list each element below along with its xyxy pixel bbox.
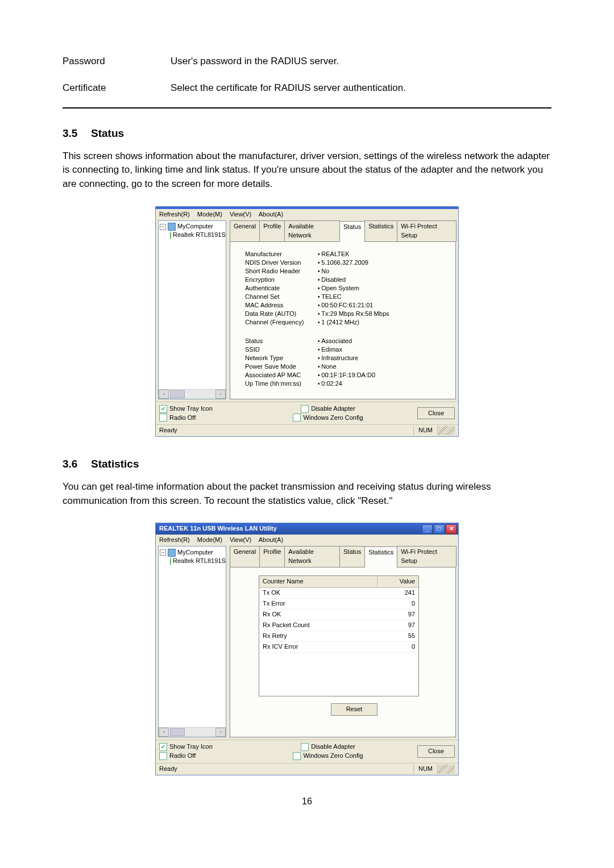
chk-radio-off[interactable]: ✔ Radio Off [159, 752, 239, 761]
chk-windows-zero[interactable]: ✔ Windows Zero Config [293, 752, 363, 761]
term-certificate: Certificate [63, 78, 171, 105]
col-value[interactable]: Value [377, 576, 418, 587]
close-icon[interactable]: ✕ [446, 524, 457, 534]
tree-root[interactable]: − MyComputer [160, 548, 225, 557]
tab-profile[interactable]: Profile [259, 220, 285, 241]
heading-statistics: 3.6Statistics [63, 456, 551, 472]
tab-body-statistics: Counter Name Value Tx OK241Tx Error0Rx O… [230, 567, 456, 737]
chk-show-tray[interactable]: ✔ Show Tray Icon [159, 404, 239, 414]
tab-available-network[interactable]: Available Network [284, 546, 340, 567]
menu-mode[interactable]: Mode(M) [197, 536, 222, 543]
resize-grip-icon[interactable] [437, 426, 455, 435]
status-label: Power Save Mode [245, 362, 318, 371]
status-value: REALTEK [318, 250, 389, 258]
menu-about[interactable]: About(A) [259, 211, 283, 218]
col-counter-name[interactable]: Counter Name [259, 576, 377, 587]
tab-wps[interactable]: Wi-Fi Protect Setup [397, 546, 457, 567]
status-ready: Ready [159, 765, 413, 774]
tabbar: General Profile Available Network Status… [230, 220, 456, 241]
window-title: REALTEK 11n USB Wireless LAN Utility [159, 524, 277, 533]
scroll-left-icon[interactable]: ‹ [159, 390, 169, 399]
maximize-icon[interactable]: □ [434, 524, 445, 534]
status-label: Associated AP MAC [245, 371, 318, 379]
tree-root[interactable]: − MyComputer [160, 223, 225, 231]
tab-profile[interactable]: Profile [259, 546, 285, 567]
scroll-thumb[interactable] [170, 728, 185, 736]
page-number: 16 [63, 795, 551, 808]
expander-icon[interactable]: − [160, 224, 166, 230]
menu-mode[interactable]: Mode(M) [197, 211, 222, 218]
adapter-icon [170, 231, 171, 239]
chk-show-tray[interactable]: ✔ Show Tray Icon [159, 742, 239, 752]
computer-icon [168, 549, 176, 557]
counter-value: 0 [377, 599, 418, 609]
status-value: 00:50:FC:61:21:01 [318, 301, 389, 310]
chk-windows-zero[interactable]: ✔ Windows Zero Config [293, 414, 363, 423]
reset-button[interactable]: Reset [331, 703, 377, 716]
status-num: NUM [413, 426, 437, 435]
scroll-right-icon[interactable]: › [215, 390, 226, 399]
close-button[interactable]: Close [417, 407, 455, 420]
close-button[interactable]: Close [417, 745, 455, 758]
status-label: Manufacturer [245, 250, 318, 258]
checkbox-icon[interactable]: ✔ [159, 752, 167, 760]
status-label: SSID [245, 345, 318, 354]
tab-general[interactable]: General [230, 220, 260, 241]
counter-name: Tx Error [259, 599, 377, 609]
scroll-thumb[interactable] [170, 390, 185, 398]
checkbox-icon[interactable]: ✔ [293, 414, 301, 422]
tab-available-network[interactable]: Available Network [284, 220, 340, 241]
tab-statistics[interactable]: Statistics [364, 546, 397, 567]
chk-radio-off[interactable]: ✔ Radio Off [159, 414, 239, 423]
status-kv-group-a: ManufacturerNDIS Driver VersionShort Rad… [245, 250, 450, 327]
tab-status[interactable]: Status [339, 221, 365, 242]
tree-scrollbar[interactable]: ‹ › [159, 727, 226, 737]
status-ready: Ready [159, 426, 413, 435]
table-row: Rx ICV Error0 [259, 642, 418, 653]
status-value: 5.1066.327.2009 [318, 258, 389, 267]
checkbox-icon[interactable]: ✔ [159, 405, 167, 413]
tab-general[interactable]: General [230, 546, 260, 567]
checkbox-icon[interactable]: ✔ [301, 743, 309, 751]
chk-disable-adapter[interactable]: ✔ Disable Adapter [301, 404, 355, 414]
tab-status[interactable]: Status [339, 546, 365, 567]
horizontal-rule [63, 107, 551, 108]
resize-grip-icon[interactable] [437, 765, 455, 774]
tree-child[interactable]: Realtek RTL8191SU [160, 557, 225, 565]
counter-name: Rx Packet Count [259, 620, 377, 631]
tree-pane: − MyComputer Realtek RTL8191SU ‹ › [158, 220, 226, 399]
definition-table: Password User's password in the RADIUS s… [63, 51, 551, 104]
minimize-icon[interactable]: _ [422, 524, 433, 534]
status-label: MAC Address [245, 301, 318, 310]
menu-view[interactable]: View(V) [230, 536, 251, 543]
table-row: Rx Packet Count97 [259, 620, 418, 631]
scroll-left-icon[interactable]: ‹ [159, 728, 169, 737]
status-label: Status [245, 337, 318, 345]
status-value: Disabled [318, 276, 389, 284]
tab-statistics[interactable]: Statistics [364, 220, 397, 241]
status-value: Tx:29 Mbps Rx:58 Mbps [318, 310, 389, 318]
scroll-right-icon[interactable]: › [215, 728, 226, 737]
status-label: Channel (Frequency) [245, 318, 318, 327]
menu-refresh[interactable]: Refresh(R) [159, 211, 190, 218]
term-password: Password [63, 51, 171, 78]
computer-icon [168, 223, 176, 231]
status-value: Associated [318, 337, 375, 345]
stats-table: Counter Name Value Tx OK241Tx Error0Rx O… [259, 575, 419, 696]
expander-icon[interactable]: − [160, 549, 166, 556]
checkbox-icon[interactable]: ✔ [293, 752, 301, 760]
menu-refresh[interactable]: Refresh(R) [159, 536, 190, 543]
para-status: This screen shows information about the … [63, 149, 551, 191]
checkbox-icon[interactable]: ✔ [159, 414, 167, 422]
menu-about[interactable]: About(A) [259, 536, 283, 543]
tree-child[interactable]: Realtek RTL8191SU [160, 231, 225, 240]
tree-scrollbar[interactable]: ‹ › [159, 389, 226, 399]
tab-wps[interactable]: Wi-Fi Protect Setup [397, 220, 457, 241]
checkbox-icon[interactable]: ✔ [301, 405, 309, 413]
checkbox-icon[interactable]: ✔ [159, 743, 167, 751]
status-value: None [318, 362, 375, 371]
chk-disable-adapter[interactable]: ✔ Disable Adapter [301, 742, 355, 752]
menu-view[interactable]: View(V) [230, 211, 251, 218]
statusbar: Ready NUM [156, 763, 458, 775]
status-label: Data Rate (AUTO) [245, 310, 318, 318]
